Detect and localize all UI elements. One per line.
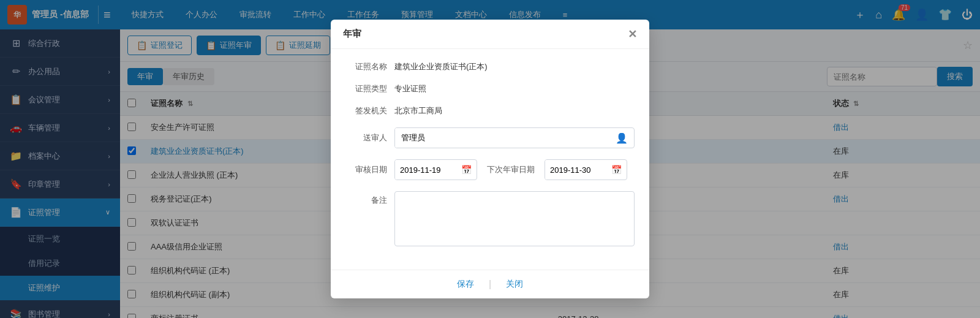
sender-input[interactable] bbox=[395, 128, 609, 148]
form-row-remark: 备注 bbox=[345, 191, 635, 246]
review-date-calendar-icon[interactable]: 📅 bbox=[456, 165, 477, 175]
sender-label: 送审人 bbox=[345, 132, 394, 143]
annual-review-modal: 年审 ✕ 证照名称 建筑业企业资质证书(正本) 证照类型 专业证照 签发机关 北… bbox=[331, 20, 649, 298]
form-row-issuer: 签发机关 北京市工商局 bbox=[345, 105, 635, 116]
form-row-cert-type: 证照类型 专业证照 bbox=[345, 83, 635, 94]
modal-body: 证照名称 建筑业企业资质证书(正本) 证照类型 专业证照 签发机关 北京市工商局… bbox=[331, 49, 649, 270]
form-row-cert-name: 证照名称 建筑业企业资质证书(正本) bbox=[345, 61, 635, 72]
person-icon[interactable]: 👤 bbox=[609, 132, 634, 144]
cert-type-label: 证照类型 bbox=[345, 83, 394, 94]
next-date-input[interactable] bbox=[545, 160, 606, 180]
remark-textarea[interactable] bbox=[394, 191, 635, 246]
review-date-wrap: 📅 bbox=[394, 159, 477, 180]
next-date-wrap: 📅 bbox=[545, 159, 627, 180]
remark-label: 备注 bbox=[345, 191, 394, 206]
issuer-value: 北京市工商局 bbox=[394, 105, 635, 116]
review-date-label: 审核日期 bbox=[345, 164, 394, 175]
modal-header: 年审 ✕ bbox=[331, 20, 649, 49]
cert-type-value: 专业证照 bbox=[394, 83, 635, 94]
review-date-input[interactable] bbox=[395, 160, 456, 180]
cert-name-label: 证照名称 bbox=[345, 61, 394, 72]
save-button[interactable]: 保存 bbox=[457, 279, 474, 290]
form-row-sender: 送审人 👤 bbox=[345, 127, 635, 148]
next-date-label: 下次年审日期 bbox=[487, 164, 535, 175]
modal-close-icon[interactable]: ✕ bbox=[628, 29, 637, 40]
next-date-calendar-icon[interactable]: 📅 bbox=[606, 165, 627, 175]
footer-divider: | bbox=[489, 279, 491, 290]
modal-footer: 保存 | 关闭 bbox=[331, 270, 649, 298]
issuer-label: 签发机关 bbox=[345, 105, 394, 116]
modal-overlay: 年审 ✕ 证照名称 建筑业企业资质证书(正本) 证照类型 专业证照 签发机关 北… bbox=[0, 0, 980, 318]
form-row-dates: 审核日期 📅 下次年审日期 📅 bbox=[345, 159, 635, 180]
date-row: 📅 下次年审日期 📅 bbox=[394, 159, 627, 180]
modal-title: 年审 bbox=[343, 28, 361, 40]
close-button[interactable]: 关闭 bbox=[506, 279, 523, 290]
cert-name-value: 建筑业企业资质证书(正本) bbox=[394, 61, 635, 72]
sender-input-wrap: 👤 bbox=[394, 127, 635, 148]
